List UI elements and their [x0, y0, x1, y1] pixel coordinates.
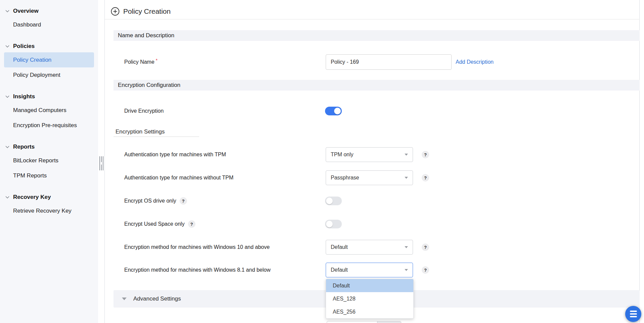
sidebar-section-reports[interactable]: Reports: [0, 141, 98, 153]
chevron-down-icon: [5, 195, 10, 200]
dropdown-option-default[interactable]: Default: [326, 279, 413, 292]
encrypt-used-space-only-label: Encrypt Used Space only ?: [124, 220, 195, 228]
page-header: Policy Creation: [111, 6, 171, 16]
subheading-underline: [113, 137, 199, 137]
sidebar-item-policy-creation[interactable]: Policy Creation: [4, 52, 94, 67]
auth-type-without-tpm-label: Authentication type for machines without…: [124, 175, 233, 181]
sidebar-item-label: Retrieve Recovery Key: [13, 208, 72, 214]
sidebar-group-reports: Reports BitLocker Reports TPM Reports: [0, 141, 98, 183]
section-header-encryption-configuration: Encryption Configuration: [113, 80, 640, 91]
sidebar-item-encryption-prerequisites[interactable]: Encryption Pre-requisites: [4, 118, 94, 133]
add-description-link[interactable]: Add Description: [456, 59, 494, 65]
chevron-down-icon: [5, 9, 10, 13]
sidebar-item-managed-computers[interactable]: Managed Computers: [4, 103, 94, 118]
section-header-name-description: Name and Description: [113, 30, 640, 41]
sidebar-section-label: Recovery Key: [13, 194, 51, 201]
policy-name-input[interactable]: [326, 54, 452, 70]
sidebar-item-label: Managed Computers: [13, 107, 66, 114]
encryption-method-dropdown-menu: Default AES_128 AES_256: [326, 279, 414, 319]
sidebar-section-overview[interactable]: Overview: [0, 5, 98, 17]
sidebar-section-recovery-key[interactable]: Recovery Key: [0, 191, 98, 203]
auth-type-without-tpm-select[interactable]: Passphrase: [326, 170, 413, 185]
section-title: Name and Description: [118, 32, 174, 39]
sidebar-item-label: Policy Deployment: [13, 72, 60, 78]
help-icon[interactable]: ?: [422, 244, 429, 251]
triangle-down-icon: [122, 298, 127, 300]
chevron-down-icon: [5, 94, 10, 99]
required-asterisk: *: [156, 58, 157, 63]
encryption-method-win10-select[interactable]: Default: [326, 240, 413, 255]
sidebar-item-label: Policy Creation: [13, 57, 51, 63]
auth-type-with-tpm-label: Authentication type for machines with TP…: [124, 152, 226, 158]
select-value: Passphrase: [331, 175, 359, 181]
encryption-method-win10-label: Encryption method for machines with Wind…: [124, 244, 270, 250]
caret-down-icon: [405, 177, 408, 179]
sidebar-section-insights[interactable]: Insights: [0, 91, 98, 103]
policy-name-label: Policy Name *: [124, 59, 157, 65]
sidebar-section-policies[interactable]: Policies: [0, 40, 98, 52]
header-divider: [105, 19, 640, 19]
dropdown-option-aes-256[interactable]: AES_256: [326, 305, 413, 318]
sidebar-group-overview: Overview Dashboard: [0, 5, 98, 32]
sidebar-item-retrieve-recovery-key[interactable]: Retrieve Recovery Key: [4, 203, 94, 218]
encryption-method-win81-label: Encryption method for machines with Wind…: [124, 267, 271, 273]
toggle-knob: [334, 108, 341, 114]
sidebar-item-policy-deployment[interactable]: Policy Deployment: [4, 67, 94, 83]
sidebar-group-recovery-key: Recovery Key Retrieve Recovery Key: [0, 191, 98, 218]
select-value: Default: [331, 267, 348, 273]
help-icon[interactable]: ?: [422, 266, 429, 274]
sidebar-resize-handle[interactable]: [99, 156, 104, 170]
clipped-input-control[interactable]: [327, 321, 401, 323]
caret-down-icon: [405, 154, 408, 156]
help-icon[interactable]: ?: [422, 151, 429, 158]
encrypt-used-space-only-toggle[interactable]: [325, 220, 342, 228]
clipped-input-button[interactable]: [377, 321, 401, 323]
sidebar-item-label: TPM Reports: [13, 172, 47, 179]
chevron-down-icon: [5, 44, 10, 49]
caret-down-icon: [405, 246, 408, 248]
help-icon[interactable]: ?: [188, 220, 195, 228]
advanced-settings-label: Advanced Settings: [133, 295, 181, 302]
sidebar-group-policies: Policies Policy Creation Policy Deployme…: [0, 40, 98, 83]
encryption-settings-heading: Encryption Settings: [116, 128, 165, 135]
help-icon[interactable]: ?: [422, 174, 429, 181]
sidebar-section-label: Insights: [13, 93, 35, 100]
collapse-arrow-icon: [100, 161, 103, 166]
floating-menu-button[interactable]: [625, 306, 641, 322]
toggle-knob: [326, 198, 333, 204]
page-title: Policy Creation: [123, 7, 171, 15]
sidebar-item-dashboard[interactable]: Dashboard: [4, 17, 94, 32]
encrypt-os-drive-only-toggle[interactable]: [325, 197, 342, 205]
add-policy-icon[interactable]: [111, 7, 120, 16]
chevron-down-icon: [5, 145, 10, 149]
sidebar-section-label: Policies: [13, 43, 35, 50]
dropdown-option-aes-128[interactable]: AES_128: [326, 292, 413, 305]
select-value: Default: [331, 244, 348, 250]
sidebar-item-tpm-reports[interactable]: TPM Reports: [4, 168, 94, 183]
drive-encryption-label: Drive Encryption: [124, 108, 164, 114]
scrollbar-track[interactable]: [640, 0, 644, 323]
hamburger-icon: [630, 311, 637, 312]
sidebar-item-label: Dashboard: [13, 21, 41, 28]
sidebar-section-label: Overview: [13, 8, 39, 14]
caret-down-icon: [405, 269, 408, 271]
select-value: TPM only: [331, 152, 354, 158]
auth-type-with-tpm-select[interactable]: TPM only: [326, 147, 413, 162]
encrypt-os-drive-only-label: Encrypt OS drive only ?: [124, 197, 187, 205]
sidebar-item-label: BitLocker Reports: [13, 157, 58, 164]
encryption-method-win81-select[interactable]: Default: [326, 263, 413, 277]
sidebar-section-label: Reports: [13, 144, 35, 150]
sidebar-item-bitlocker-reports[interactable]: BitLocker Reports: [4, 153, 94, 168]
drive-encryption-toggle[interactable]: [325, 107, 342, 115]
help-icon[interactable]: ?: [180, 197, 187, 205]
section-title: Encryption Configuration: [118, 82, 180, 89]
sidebar-group-insights: Insights Managed Computers Encryption Pr…: [0, 91, 98, 133]
toggle-knob: [326, 221, 333, 227]
sidebar: Overview Dashboard Policies Policy Creat…: [0, 0, 98, 323]
sidebar-item-label: Encryption Pre-requisites: [13, 122, 77, 129]
